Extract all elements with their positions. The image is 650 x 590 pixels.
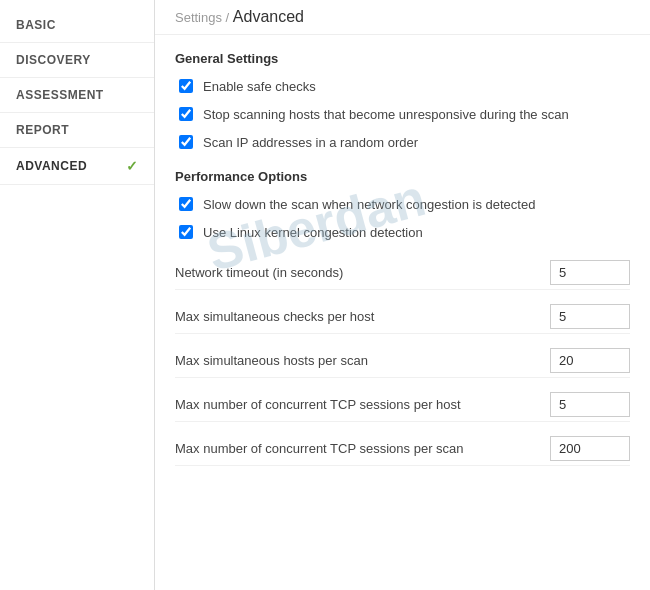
main-content: Settings / Advanced Siberdan General Set… xyxy=(155,0,650,590)
max-tcp-per-host-label: Max number of concurrent TCP sessions pe… xyxy=(175,397,550,412)
max-hosts-per-scan-label: Max simultaneous hosts per scan xyxy=(175,353,550,368)
checkbox-random-order: Scan IP addresses in a random order xyxy=(175,134,630,152)
sidebar-item-report[interactable]: REPORT xyxy=(0,113,154,148)
sidebar-item-label-discovery: DISCOVERY xyxy=(16,53,91,67)
checkbox-random-order-input[interactable] xyxy=(179,135,193,149)
checkbox-safe-checks: Enable safe checks xyxy=(175,78,630,96)
checkbox-slow-down: Slow down the scan when network congesti… xyxy=(175,196,630,214)
network-timeout-label: Network timeout (in seconds) xyxy=(175,265,550,280)
breadcrumb-current: Advanced xyxy=(233,8,304,25)
network-timeout-input[interactable] xyxy=(550,260,630,285)
sidebar: BASICDISCOVERYASSESSMENTREPORTADVANCED✓ xyxy=(0,0,155,590)
general-settings-title: General Settings xyxy=(175,51,630,66)
form-row-max-tcp-per-scan: Max number of concurrent TCP sessions pe… xyxy=(175,432,630,466)
form-row-max-checks-per-host: Max simultaneous checks per host xyxy=(175,300,630,334)
sidebar-item-discovery[interactable]: DISCOVERY xyxy=(0,43,154,78)
checkbox-stop-scanning: Stop scanning hosts that become unrespon… xyxy=(175,106,630,124)
form-row-network-timeout: Network timeout (in seconds) xyxy=(175,256,630,290)
breadcrumb-separator: / xyxy=(222,10,233,25)
checkbox-linux-kernel-input[interactable] xyxy=(179,225,193,239)
checkbox-random-order-label: Scan IP addresses in a random order xyxy=(203,134,418,152)
checkbox-safe-checks-label: Enable safe checks xyxy=(203,78,316,96)
max-tcp-per-scan-input[interactable] xyxy=(550,436,630,461)
form-row-max-tcp-per-host: Max number of concurrent TCP sessions pe… xyxy=(175,388,630,422)
checkbox-linux-kernel-label: Use Linux kernel congestion detection xyxy=(203,224,423,242)
sidebar-item-advanced[interactable]: ADVANCED✓ xyxy=(0,148,154,185)
sidebar-item-assessment[interactable]: ASSESSMENT xyxy=(0,78,154,113)
checkbox-linux-kernel: Use Linux kernel congestion detection xyxy=(175,224,630,242)
breadcrumb: Settings / Advanced xyxy=(155,0,650,35)
checkbox-stop-scanning-input[interactable] xyxy=(179,107,193,121)
form-row-max-hosts-per-scan: Max simultaneous hosts per scan xyxy=(175,344,630,378)
sidebar-item-label-advanced: ADVANCED xyxy=(16,159,87,173)
sidebar-item-basic[interactable]: BASIC xyxy=(0,8,154,43)
max-checks-per-host-label: Max simultaneous checks per host xyxy=(175,309,550,324)
sidebar-item-label-assessment: ASSESSMENT xyxy=(16,88,104,102)
max-checks-per-host-input[interactable] xyxy=(550,304,630,329)
max-tcp-per-host-input[interactable] xyxy=(550,392,630,417)
performance-options-title: Performance Options xyxy=(175,169,630,184)
checkbox-stop-scanning-label: Stop scanning hosts that become unrespon… xyxy=(203,106,569,124)
chevron-down-icon: ✓ xyxy=(126,158,139,174)
content-area: Siberdan General Settings Enable safe ch… xyxy=(155,35,650,492)
checkbox-slow-down-input[interactable] xyxy=(179,197,193,211)
max-tcp-per-scan-label: Max number of concurrent TCP sessions pe… xyxy=(175,441,550,456)
sidebar-item-label-basic: BASIC xyxy=(16,18,56,32)
sidebar-item-label-report: REPORT xyxy=(16,123,69,137)
checkbox-safe-checks-input[interactable] xyxy=(179,79,193,93)
form-fields: Network timeout (in seconds) Max simulta… xyxy=(175,256,630,466)
breadcrumb-prefix: Settings xyxy=(175,10,222,25)
max-hosts-per-scan-input[interactable] xyxy=(550,348,630,373)
checkbox-slow-down-label: Slow down the scan when network congesti… xyxy=(203,196,535,214)
